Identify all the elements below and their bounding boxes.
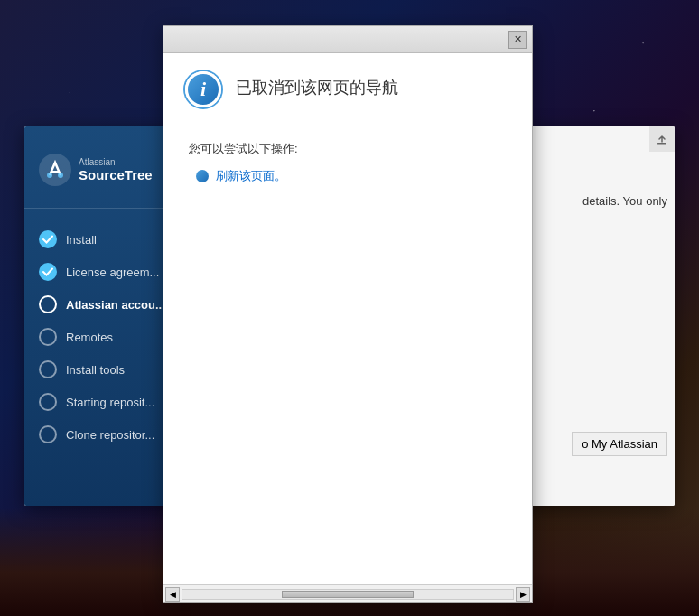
- right-panel-text-line1: details. You only: [582, 194, 667, 208]
- dialog-scrollbar[interactable]: ◀ ▶: [163, 584, 532, 602]
- step-icon-starting-repos: [39, 393, 57, 411]
- dialog-subtitle: 您可以尝试以下操作:: [189, 141, 510, 157]
- dialog-header: i 已取消到该网页的导航: [185, 71, 510, 107]
- dialog-body: 您可以尝试以下操作: 刷新该页面。: [185, 141, 510, 184]
- atlassian-logo-icon: [39, 154, 71, 186]
- step-icon-remotes: [39, 328, 57, 346]
- sidebar-label-license: License agreem...: [66, 266, 159, 279]
- dialog-titlebar: ✕: [163, 26, 532, 53]
- svg-point-0: [39, 154, 71, 186]
- svg-point-2: [58, 173, 63, 178]
- sidebar-label-atlassian: Atlassian accou...: [66, 298, 165, 312]
- atlassian-button[interactable]: o My Atlassian: [572, 432, 667, 456]
- info-icon: i: [185, 71, 221, 107]
- step-icon-license: [39, 263, 57, 281]
- sidebar-label-remotes: Remotes: [66, 331, 113, 344]
- sidebar-label-starting-repos: Starting reposit...: [66, 396, 154, 409]
- dialog-title: 已取消到该网页的导航: [236, 71, 398, 98]
- error-dialog: ✕ i 已取消到该网页的导航 您可以尝试以下操作: 刷新该页面。 ◀ ▶: [163, 25, 533, 603]
- dialog-refresh-link[interactable]: 刷新该页面。: [216, 168, 286, 184]
- dialog-divider: [185, 126, 510, 126]
- upload-icon: [649, 126, 675, 152]
- step-icon-install-tools: [39, 360, 57, 378]
- info-icon-letter: i: [200, 78, 206, 101]
- scrollbar-right-button[interactable]: ▶: [516, 587, 530, 602]
- step-icon-atlassian: [39, 295, 57, 313]
- scrollbar-track[interactable]: [182, 589, 514, 600]
- sidebar-label-install: Install: [66, 233, 97, 247]
- sidebar-label-install-tools: Install tools: [66, 363, 125, 377]
- dialog-close-button[interactable]: ✕: [508, 31, 527, 49]
- step-icon-clone-repos: [39, 425, 57, 443]
- svg-point-1: [47, 173, 52, 178]
- step-icon-install: [39, 230, 57, 248]
- scrollbar-thumb[interactable]: [282, 591, 414, 598]
- scrollbar-left-button[interactable]: ◀: [165, 587, 180, 602]
- sidebar-label-clone-repos: Clone repositor...: [66, 428, 154, 442]
- dialog-link-item: 刷新该页面。: [196, 168, 510, 184]
- link-bullet-icon: [196, 170, 209, 182]
- dialog-content: i 已取消到该网页的导航 您可以尝试以下操作: 刷新该页面。: [163, 53, 532, 584]
- svg-rect-3: [657, 143, 666, 145]
- sidebar-logo-text: Atlassian SourceTree: [79, 157, 153, 182]
